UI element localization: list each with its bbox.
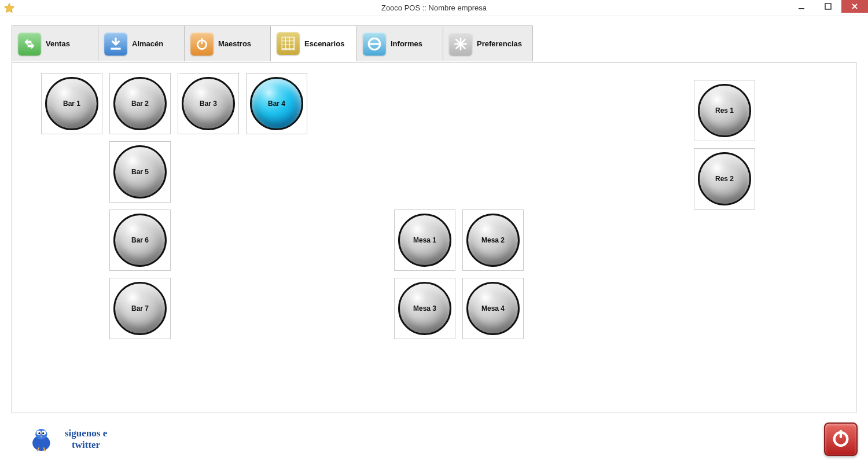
svg-rect-2 [825,3,831,9]
tab-label: Preferencias [477,39,522,48]
power-off-button[interactable] [824,422,858,456]
download-icon [104,32,127,56]
scenario-item-label: Bar 6 [131,236,149,244]
svg-rect-5 [282,37,295,50]
svg-marker-0 [5,3,14,12]
window-title: Zooco POS :: Nombre empresa [0,3,868,12]
title-bar: Zooco POS :: Nombre empresa [0,0,868,16]
scenario-item-label: Mesa 3 [413,304,436,313]
scenario-item-mesa-4[interactable]: Mesa 4 [462,278,524,339]
footer-bar: siguenos e twitter [0,416,868,463]
twitter-text-line2: twitter [65,439,107,451]
scenario-item-bar-2[interactable]: Bar 2 [109,73,171,134]
disc-icon [363,32,386,56]
scenario-item-label: Bar 7 [131,304,149,313]
scenario-item-res-2[interactable]: Res 2 [694,148,755,210]
scenario-item-label: Bar 4 [268,100,285,108]
scenario-item-label: Res 2 [715,175,734,183]
tab-informes[interactable]: Informes [356,25,443,61]
tab-label: Ventas [46,39,70,48]
scenario-item-bar-3[interactable]: Bar 3 [178,73,239,134]
scenario-item-label: Mesa 4 [481,304,505,313]
scenario-item-mesa-3[interactable]: Mesa 3 [394,278,455,339]
maximize-button[interactable] [815,0,841,13]
svg-rect-1 [799,8,804,9]
power-icon [831,428,851,450]
svg-rect-4 [201,38,203,44]
scenario-item-label: Bar 3 [200,100,217,108]
scenario-item-mesa-2[interactable]: Mesa 2 [462,210,524,271]
tab-label: Almacén [132,39,163,48]
tab-preferencias[interactable]: Preferencias [443,25,533,61]
tab-almacen[interactable]: Almacén [98,25,185,61]
scenario-item-label: Bar 5 [131,168,149,176]
scenario-item-label: Mesa 2 [481,236,505,244]
scenario-item-label: Res 1 [715,106,734,115]
window-controls [788,0,868,16]
tab-label: Informes [391,39,422,48]
scenario-item-bar-1[interactable]: Bar 1 [41,73,102,134]
scenario-item-bar-6[interactable]: Bar 6 [109,210,171,271]
minimize-button[interactable] [788,0,815,13]
scenario-item-mesa-1[interactable]: Mesa 1 [394,210,455,271]
svg-rect-16 [840,430,842,438]
svg-rect-7 [369,43,380,45]
tab-maestros[interactable]: Maestros [184,25,271,61]
scenario-item-label: Bar 1 [63,100,80,108]
close-button[interactable] [841,0,868,13]
tab-escenarios[interactable]: Escenarios [270,25,357,61]
twitter-text: siguenos e twitter [65,428,107,450]
twitter-text-line1: siguenos e [65,428,107,439]
grid-icon [277,32,300,55]
scenario-item-label: Mesa 1 [413,236,436,244]
scenario-canvas[interactable]: Bar 1Bar 2Bar 3Bar 4Bar 5Bar 6Bar 7Mesa … [12,62,856,413]
app-favicon [3,2,15,14]
twitter-link[interactable]: siguenos e twitter [27,422,107,456]
scenario-item-bar-4[interactable]: Bar 4 [246,73,307,134]
scenario-item-label: Bar 2 [131,100,149,108]
scenario-item-bar-5[interactable]: Bar 5 [109,141,171,203]
svg-point-12 [38,432,40,434]
tab-strip: VentasAlmacénMaestrosEscenariosInformesP… [12,25,856,61]
tab-ventas[interactable]: Ventas [12,25,98,61]
arrows-icon [18,32,41,56]
tab-label: Maestros [218,39,251,48]
scenario-item-bar-7[interactable]: Bar 7 [109,278,171,339]
scenario-item-res-1[interactable]: Res 1 [694,80,755,141]
twitter-bird-icon [27,422,58,456]
tab-label: Escenarios [304,39,344,48]
asterisk-icon [449,32,472,56]
svg-point-13 [42,432,44,434]
power-icon [190,32,214,56]
